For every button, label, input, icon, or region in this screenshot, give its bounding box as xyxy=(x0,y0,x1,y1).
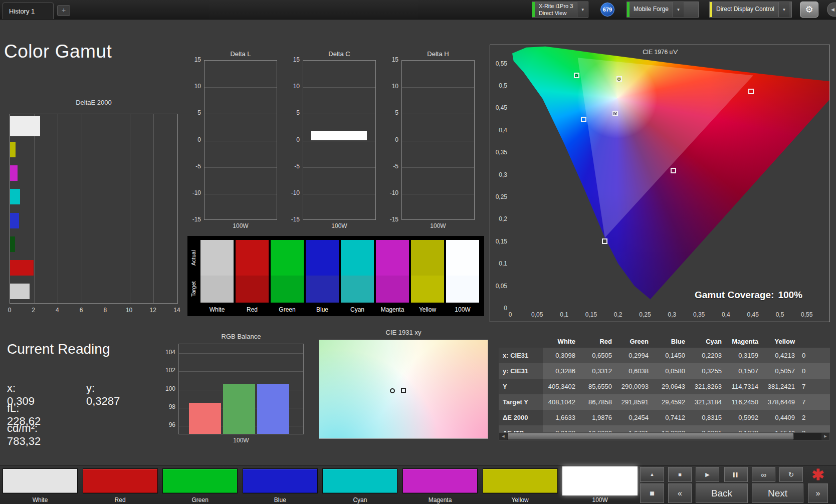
actual-target-swatch-strip: ActualTargetWhiteRedGreenBlueCyanMagenta… xyxy=(187,236,484,316)
repeat-button[interactable]: ↻ xyxy=(779,467,803,482)
pause-button[interactable]: ▌▌ xyxy=(724,467,748,482)
table-cell: 0,2994 xyxy=(616,352,653,359)
table-cell: 0,3312 xyxy=(579,367,616,375)
deltae-bar-green xyxy=(10,236,15,252)
alert-asterisk-icon: ✱ xyxy=(808,466,828,483)
swatch-actual-white xyxy=(200,240,234,276)
deltae-bar-magenta xyxy=(10,165,18,181)
rgb-balance-title: RGB Balance xyxy=(178,333,304,340)
rgb-gridline xyxy=(179,353,303,354)
swatch-actual-green xyxy=(271,240,304,276)
cie1976-y-tick-label: 0,55 xyxy=(491,60,507,67)
next-chevron-button[interactable]: » xyxy=(808,483,828,503)
scroll-left-icon[interactable]: ◀ xyxy=(499,433,507,440)
back-button[interactable]: Back xyxy=(696,483,748,503)
swatch-column-label: Cyan xyxy=(341,306,374,313)
table-cell: 0,7412 xyxy=(653,414,689,421)
rgb-bar-red xyxy=(189,403,221,434)
swatch-actual-cyan xyxy=(341,240,374,276)
delta-gridline xyxy=(303,167,375,168)
table-horizontal-scrollbar[interactable]: ◀ ▶ xyxy=(499,432,830,440)
rgb-bar-green xyxy=(223,384,255,434)
table-cell: 0,4409 xyxy=(762,414,799,421)
delta-x-label: 100W xyxy=(401,222,475,229)
delta-gridline xyxy=(204,87,277,88)
reading-cd: cd/m²: 783,32 xyxy=(7,422,41,448)
delta-gridline xyxy=(402,87,474,88)
meter-dropdown-label: X-Rite i1Pro 3 Direct View xyxy=(535,2,577,17)
next-button[interactable]: Next xyxy=(752,483,803,503)
chevron-down-icon[interactable]: ▼ xyxy=(778,2,789,17)
cie1976-y-tick-label: 0,35 xyxy=(491,149,507,156)
actual-row-label: Actual xyxy=(189,240,197,276)
tab-history-1[interactable]: History 1 xyxy=(3,3,54,19)
delta-chart-plot xyxy=(204,60,277,220)
swatch-target-red xyxy=(236,276,269,303)
swatch-column-label: 100W xyxy=(446,306,479,313)
continuous-measure-button[interactable]: ∞ xyxy=(752,467,775,482)
rgb-y-tick-label: 98 xyxy=(158,403,175,410)
table-row-label: x: CIE31 xyxy=(499,348,543,363)
delta-y-tick-label: 5 xyxy=(284,109,300,116)
table-cell: 114,7314 xyxy=(726,383,762,390)
add-tab-button[interactable]: + xyxy=(57,5,70,16)
table-row-label: Y xyxy=(499,379,543,394)
delta-y-tick-label: -5 xyxy=(185,163,201,170)
stop-button[interactable]: ■ xyxy=(668,467,692,482)
delta-y-tick-label: 15 xyxy=(284,56,300,63)
table-row-label: y: CIE31 xyxy=(499,363,543,379)
deltae-x-tick-label: 8 xyxy=(99,307,111,314)
display-control-dropdown[interactable]: Direct Display Control ▼ xyxy=(709,2,792,18)
cie1976-y-tick-label: 0,15 xyxy=(491,238,507,245)
deltae-bar-cyan xyxy=(10,189,20,204)
measurement-marker xyxy=(612,111,618,116)
rgb-y-tick-label: 104 xyxy=(158,349,175,356)
source-dropdown[interactable]: Mobile Forge ▼ xyxy=(626,2,699,18)
cie1976-y-tick-label: 0,2 xyxy=(491,215,507,222)
cie1976-x-tick-label: 0 xyxy=(499,311,521,318)
collapse-panel-button[interactable]: ◀ xyxy=(827,3,836,17)
delta-gridline xyxy=(303,114,375,114)
scrollbar-thumb[interactable] xyxy=(508,433,793,439)
delta-x-label: 100W xyxy=(303,222,376,229)
table-cell: 0,5992 xyxy=(726,414,762,421)
deltae-gridline xyxy=(106,114,106,303)
cie1976-y-tick-label: 0,45 xyxy=(491,104,507,111)
table-cell: 1,6633 xyxy=(543,414,579,421)
delta-y-tick-label: -10 xyxy=(284,189,300,196)
table-cell: 378,6449 xyxy=(762,398,799,406)
table-corner-cell xyxy=(499,335,543,348)
scroll-up-button[interactable]: ▲ xyxy=(640,467,664,482)
measurement-marker xyxy=(671,168,676,173)
gamut-coverage-value: 100% xyxy=(778,290,802,300)
cie1976-x-tick-label: 0,3 xyxy=(661,311,683,318)
table-cell: 0,3255 xyxy=(689,367,726,375)
scrollbar-track[interactable] xyxy=(793,433,821,440)
deltae-x-tick-label: 14 xyxy=(171,307,183,314)
delta-y-tick-label: 5 xyxy=(382,109,398,116)
delta-measurement-bar xyxy=(311,131,367,140)
measurement-controls: ▲■▶▌▌∞↻✱■«BackNext» xyxy=(0,465,836,504)
table-cell: 290,0093 xyxy=(616,383,653,390)
bottom-bar: WhiteRedGreenBlueCyanMagentaYellow100W ▲… xyxy=(0,465,836,504)
gamut-coverage-readout: Gamut Coverage:100% xyxy=(695,290,806,301)
table-cell: 321,3184 xyxy=(689,398,726,406)
chevron-down-icon[interactable]: ▼ xyxy=(577,2,588,17)
settings-button[interactable]: ⚙ xyxy=(800,2,818,18)
cie1976-x-tick-label: 0,25 xyxy=(634,311,656,318)
back-chevron-button[interactable]: « xyxy=(668,483,692,503)
table-cell: 0,3159 xyxy=(726,352,762,359)
swatch-target-magenta xyxy=(376,276,409,303)
play-button[interactable]: ▶ xyxy=(696,467,719,482)
chevron-left-icon: ◀ xyxy=(831,7,834,12)
pattern-window-button[interactable]: ■ xyxy=(640,483,664,503)
meter-dropdown[interactable]: X-Rite i1Pro 3 Direct View ▼ xyxy=(532,2,588,18)
deltae-x-tick-label: 12 xyxy=(147,307,159,314)
table-header-blue: Blue xyxy=(653,338,689,345)
swatch-column-label: Magenta xyxy=(376,306,409,313)
swatch-target-yellow xyxy=(411,276,444,303)
chevron-down-icon[interactable]: ▼ xyxy=(673,2,684,17)
rgb-y-tick-label: 102 xyxy=(158,367,175,374)
scroll-right-icon[interactable]: ▶ xyxy=(821,433,829,440)
delta-gridline xyxy=(204,167,277,168)
